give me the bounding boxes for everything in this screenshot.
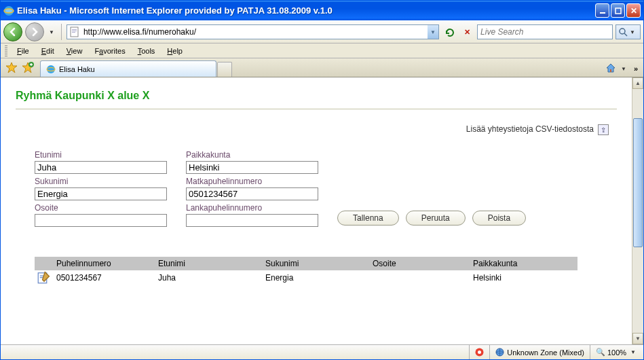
ie-page-icon bbox=[46, 65, 56, 74]
separator bbox=[61, 24, 62, 40]
nav-history-dropdown[interactable]: ▼ bbox=[49, 29, 54, 35]
csv-file-icon[interactable]: ⇪ bbox=[598, 124, 609, 135]
svg-rect-7 bbox=[72, 32, 75, 33]
nav-toolbar: ▼ ▼ ✕ ▼ bbox=[1, 20, 643, 43]
browser-window: Elisa Haku - Microsoft Internet Explorer… bbox=[0, 0, 644, 360]
svg-rect-6 bbox=[72, 31, 77, 31]
label-sukunimi: Sukunimi bbox=[35, 177, 167, 186]
page-heading: Ryhmä Kaupunki X alue X bbox=[16, 90, 617, 102]
svg-line-9 bbox=[624, 33, 627, 36]
maximize-button[interactable] bbox=[611, 3, 625, 18]
menu-bar: File Edit View Favorites Tools Help bbox=[1, 43, 643, 58]
input-etunimi[interactable] bbox=[35, 161, 167, 174]
menu-view[interactable]: View bbox=[61, 46, 88, 56]
magnifier-icon bbox=[619, 28, 628, 37]
menu-help[interactable]: Help bbox=[162, 46, 188, 56]
delete-button[interactable]: Poista bbox=[472, 211, 526, 226]
th-osoite: Osoite bbox=[370, 259, 470, 268]
status-zoom[interactable]: 🔍 100% ▼ bbox=[590, 345, 643, 359]
th-sukunimi: Sukunimi bbox=[263, 259, 370, 268]
svg-rect-3 bbox=[615, 8, 621, 14]
label-osoite: Osoite bbox=[35, 203, 167, 213]
td-sukunimi: Energia bbox=[263, 273, 370, 283]
divider bbox=[16, 109, 617, 109]
zoom-dropdown-icon: ▼ bbox=[630, 349, 636, 355]
menu-edit[interactable]: Edit bbox=[36, 46, 60, 56]
input-sukunimi[interactable] bbox=[35, 187, 167, 200]
results-table: Puhelinnumero Etunimi Sukunimi Osoite Pa… bbox=[35, 257, 577, 285]
label-matkapuhelinnumero: Matkapuhelinnumero bbox=[186, 177, 318, 186]
vertical-scrollbar[interactable]: ▲ ▼ bbox=[632, 77, 643, 344]
input-lankapuhelinnumero[interactable] bbox=[186, 214, 318, 227]
csv-import-link[interactable]: Lisää yhteystietoja CSV-tiedostosta bbox=[466, 124, 594, 134]
svg-rect-2 bbox=[600, 12, 605, 14]
content-viewport: Ryhmä Kaupunki X alue X Lisää yhteystiet… bbox=[1, 77, 643, 344]
tab-active[interactable]: Elisa Haku bbox=[40, 60, 216, 77]
status-zone-text: Unknown Zone (Mixed) bbox=[507, 348, 584, 357]
td-paikkakunta: Helsinki bbox=[470, 273, 569, 283]
search-button[interactable]: ▼ bbox=[615, 24, 641, 39]
page-content: Ryhmä Kaupunki X alue X Lisää yhteystiet… bbox=[1, 77, 632, 344]
menu-favorites[interactable]: Favorites bbox=[89, 46, 130, 56]
status-bar: Unknown Zone (Mixed) 🔍 100% ▼ bbox=[1, 344, 643, 359]
table-header: Puhelinnumero Etunimi Sukunimi Osoite Pa… bbox=[35, 257, 577, 270]
titlebar: Elisa Haku - Microsoft Internet Explorer… bbox=[1, 1, 643, 20]
input-matkapuhelinnumero[interactable] bbox=[186, 187, 318, 200]
th-paikkakunta: Paikkakunta bbox=[470, 259, 569, 268]
address-bar[interactable]: ▼ bbox=[67, 24, 439, 39]
zoom-icon: 🔍 bbox=[596, 348, 605, 357]
label-lankapuhelinnumero: Lankapuhelinnumero bbox=[186, 203, 318, 213]
add-favorite-icon[interactable] bbox=[22, 62, 34, 74]
svg-point-8 bbox=[620, 29, 625, 34]
search-dropdown-icon: ▼ bbox=[630, 29, 635, 35]
back-button[interactable] bbox=[3, 22, 22, 41]
contact-form: Etunimi Sukunimi Osoite Paikkakunta Matk… bbox=[35, 147, 617, 227]
search-box[interactable] bbox=[477, 24, 613, 39]
home-button[interactable] bbox=[605, 62, 616, 75]
menu-file[interactable]: File bbox=[12, 46, 35, 56]
scroll-thumb[interactable] bbox=[633, 118, 643, 247]
table-row[interactable]: 0501234567 Juha Energia Helsinki bbox=[35, 270, 577, 285]
tab-bar: Elisa Haku ▼ » bbox=[1, 58, 643, 77]
toolbar-overflow[interactable]: » bbox=[631, 65, 641, 73]
td-puhelinnumero: 0501234567 bbox=[54, 273, 155, 283]
cancel-button[interactable]: Peruuta bbox=[406, 211, 466, 226]
window-title: Elisa Haku - Microsoft Internet Explorer… bbox=[17, 5, 595, 16]
status-zone[interactable]: Unknown Zone (Mixed) bbox=[489, 345, 590, 359]
scroll-up-button[interactable]: ▲ bbox=[632, 77, 643, 89]
svg-rect-5 bbox=[72, 29, 77, 30]
save-button[interactable]: Tallenna bbox=[337, 211, 399, 226]
favorites-star-icon[interactable] bbox=[5, 62, 18, 74]
status-security-icon[interactable] bbox=[469, 345, 489, 359]
stop-button[interactable]: ✕ bbox=[459, 24, 474, 39]
td-etunimi: Juha bbox=[155, 273, 263, 283]
svg-point-11 bbox=[47, 65, 55, 73]
edit-icon[interactable] bbox=[35, 270, 54, 286]
tab-title: Elisa Haku bbox=[59, 65, 95, 73]
svg-rect-13 bbox=[610, 69, 611, 72]
url-input[interactable] bbox=[82, 26, 428, 38]
label-paikkakunta: Paikkakunta bbox=[186, 150, 318, 160]
ie-logo-icon bbox=[3, 5, 14, 16]
svg-point-18 bbox=[478, 350, 481, 354]
page-icon bbox=[69, 26, 80, 37]
label-etunimi: Etunimi bbox=[35, 150, 167, 160]
forward-button[interactable] bbox=[25, 22, 44, 41]
window-buttons: ✕ bbox=[595, 3, 641, 18]
url-dropdown[interactable]: ▼ bbox=[428, 25, 438, 39]
minimize-button[interactable] bbox=[595, 3, 609, 18]
menu-tools[interactable]: Tools bbox=[132, 46, 161, 56]
th-puhelinnumero: Puhelinnumero bbox=[54, 259, 155, 268]
home-dropdown[interactable]: ▼ bbox=[621, 66, 626, 72]
toolbar-grip[interactable] bbox=[5, 46, 7, 56]
new-tab-button[interactable] bbox=[217, 62, 232, 77]
th-etunimi: Etunimi bbox=[155, 259, 263, 268]
input-paikkakunta[interactable] bbox=[186, 161, 318, 174]
csv-row: Lisää yhteystietoja CSV-tiedostosta ⇪ bbox=[16, 124, 617, 135]
refresh-button[interactable] bbox=[442, 24, 457, 39]
close-button[interactable]: ✕ bbox=[626, 3, 641, 18]
scroll-down-button[interactable]: ▼ bbox=[632, 333, 643, 344]
search-input[interactable] bbox=[478, 26, 612, 38]
zoom-value: 100% bbox=[607, 348, 626, 357]
input-osoite[interactable] bbox=[35, 214, 167, 227]
